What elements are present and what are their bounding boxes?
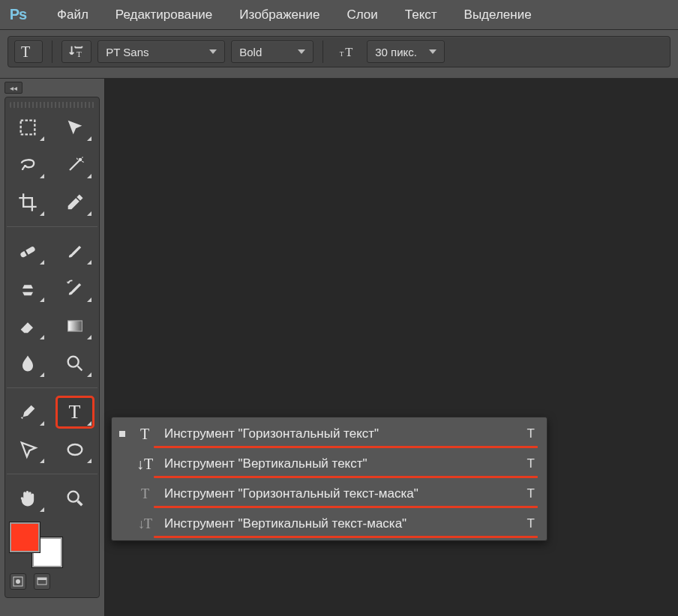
flyout-indicator xyxy=(40,298,44,302)
font-weight-dropdown[interactable]: Bold xyxy=(231,40,314,63)
tool-separator xyxy=(7,387,98,388)
font-family-dropdown[interactable]: PT Sans xyxy=(98,40,225,63)
tool-history-brush[interactable] xyxy=(57,274,93,304)
tool-separator xyxy=(7,474,98,474)
flyout-item-horizontal-type[interactable]: T Инструмент "Горизонтальный текст" T xyxy=(112,419,547,449)
svg-point-4 xyxy=(78,158,82,162)
flyout-label: Инструмент "Вертикальный текст-маска" xyxy=(164,516,517,531)
flyout-indicator xyxy=(87,298,92,302)
chevron-down-icon xyxy=(209,49,217,54)
menu-edit[interactable]: Редактирование xyxy=(102,0,226,30)
menubar: Ps Файл Редактирование Изображение Слои … xyxy=(0,0,678,30)
svg-point-12 xyxy=(16,579,20,584)
menu-layers[interactable]: Слои xyxy=(333,0,391,30)
tool-brush[interactable] xyxy=(57,236,93,266)
panel-grip[interactable] xyxy=(10,102,94,108)
selected-indicator xyxy=(119,431,125,437)
flyout-indicator xyxy=(87,372,92,377)
options-row: T T PT Sans Bold TT 30 пикс. xyxy=(0,30,678,79)
tool-blur[interactable] xyxy=(10,348,46,378)
tool-pen[interactable] xyxy=(10,397,46,427)
font-size-value: 30 пикс. xyxy=(375,46,417,58)
flyout-item-vertical-type[interactable]: ↓T Инструмент "Вертикальный текст" T xyxy=(112,449,547,479)
tool-zoom[interactable] xyxy=(57,483,93,513)
tool-eraser[interactable] xyxy=(10,311,46,341)
svg-text:T: T xyxy=(345,45,352,59)
svg-rect-7 xyxy=(68,321,82,331)
font-size-dropdown[interactable]: 30 пикс. xyxy=(367,40,445,63)
text-orientation-toggle[interactable]: T xyxy=(62,40,92,63)
tool-eyedropper[interactable] xyxy=(57,187,93,217)
tool-type[interactable]: T xyxy=(57,397,93,427)
text-size-icon: TT xyxy=(338,43,355,60)
annotation-underline xyxy=(154,506,538,508)
quickmask-row xyxy=(10,573,94,590)
flyout-indicator xyxy=(87,421,92,426)
menu-image[interactable]: Изображение xyxy=(226,0,333,30)
tool-hand[interactable] xyxy=(10,483,46,513)
app-logo[interactable]: Ps xyxy=(3,3,33,27)
tool-gradient[interactable] xyxy=(57,311,93,341)
flyout-indicator xyxy=(40,507,44,512)
tool-ellipse-shape[interactable] xyxy=(57,435,93,465)
tool-healing-brush[interactable] xyxy=(10,236,46,266)
flyout-label: Инструмент "Вертикальный текст" xyxy=(164,456,517,471)
font-weight-value: Bold xyxy=(239,46,262,58)
menu-text[interactable]: Текст xyxy=(392,0,451,30)
flyout-indicator xyxy=(87,211,92,216)
tool-marquee[interactable] xyxy=(10,112,46,142)
tool-preset-button[interactable]: T xyxy=(14,40,43,63)
tool-column: ◂◂ xyxy=(0,79,105,616)
tool-clone-stamp[interactable] xyxy=(10,274,46,304)
flyout-item-vertical-type-mask[interactable]: ↓T Инструмент "Вертикальный текст-маска"… xyxy=(112,509,547,539)
vertical-type-mask-icon: ↓T xyxy=(136,520,154,528)
flyout-indicator xyxy=(40,211,44,216)
menu-label: Изображение xyxy=(239,7,320,22)
tool-magic-wand[interactable] xyxy=(57,150,93,180)
flyout-indicator xyxy=(40,459,44,463)
separator xyxy=(322,40,323,63)
type-icon: T xyxy=(69,401,81,423)
tool-grid: T xyxy=(10,112,94,513)
annotation-underline xyxy=(154,446,538,448)
annotation-underline xyxy=(154,536,538,538)
horizontal-type-icon: T xyxy=(136,426,154,443)
panel-collapse-handle[interactable]: ◂◂ xyxy=(4,82,22,94)
separator xyxy=(52,40,52,63)
tool-crop[interactable] xyxy=(10,187,46,217)
flyout-item-horizontal-type-mask[interactable]: T Инструмент "Горизонтальный текст-маска… xyxy=(112,479,547,509)
flyout-indicator xyxy=(40,372,44,377)
menu-label: Редактирование xyxy=(116,7,213,22)
flyout-indicator xyxy=(87,335,92,339)
svg-point-8 xyxy=(68,357,78,367)
flyout-indicator xyxy=(87,260,92,265)
menu-label: Слои xyxy=(346,7,377,22)
flyout-indicator xyxy=(40,136,44,141)
menu-file[interactable]: Файл xyxy=(44,0,102,30)
flyout-shortcut: T xyxy=(527,486,535,501)
app-logo-text: Ps xyxy=(10,6,26,23)
flyout-label: Инструмент "Горизонтальный текст" xyxy=(164,426,517,441)
tool-move[interactable] xyxy=(57,112,93,142)
foreground-color-swatch[interactable] xyxy=(10,522,40,552)
chevron-down-icon xyxy=(298,49,305,54)
tool-path-select[interactable] xyxy=(10,435,46,465)
font-family-value: PT Sans xyxy=(106,46,148,58)
menu-selection[interactable]: Выделение xyxy=(451,0,545,30)
flyout-shortcut: T xyxy=(527,516,535,531)
quick-mask-toggle[interactable] xyxy=(10,573,26,590)
orientation-icon: T xyxy=(68,43,85,60)
svg-point-10 xyxy=(68,492,78,502)
menu-label: Выделение xyxy=(464,7,532,22)
annotation-underline xyxy=(154,476,538,478)
flyout-shortcut: T xyxy=(527,456,535,471)
flyout-indicator xyxy=(40,260,44,265)
chevron-down-icon xyxy=(429,49,436,54)
tool-lasso[interactable] xyxy=(10,150,46,180)
type-tool-flyout: T Инструмент "Горизонтальный текст" T ↓T… xyxy=(111,417,548,541)
font-size-icon-wrap: TT xyxy=(332,40,361,63)
color-swatches[interactable] xyxy=(10,522,62,567)
svg-text:T: T xyxy=(76,49,82,58)
screen-mode-toggle[interactable] xyxy=(34,573,50,590)
tool-dodge[interactable] xyxy=(57,348,93,378)
